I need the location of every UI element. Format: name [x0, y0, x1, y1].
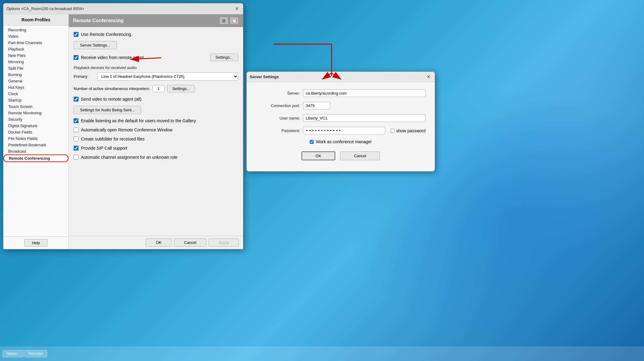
- server-dialog-body: Server: Connection port: User name: Pass…: [247, 82, 435, 171]
- send-video-checkbox[interactable]: [74, 97, 78, 102]
- sidebar-item-predefined-bookmark[interactable]: Predefined Bookmark: [3, 142, 68, 148]
- create-subfolder-checkbox[interactable]: [74, 137, 78, 141]
- sidebar-header: Room Profiles: [3, 14, 68, 26]
- receive-video-label: Receive video from remote agent: [81, 55, 144, 60]
- show-password-checkbox[interactable]: [391, 129, 395, 133]
- audio-sent-button[interactable]: Settings for Audio Being Sent...: [74, 106, 141, 114]
- server-dialog-close-button[interactable]: ✕: [425, 74, 432, 80]
- receive-video-settings-button[interactable]: Settings...: [210, 54, 238, 61]
- sidebar-item-playback[interactable]: Playback: [3, 46, 68, 52]
- username-input[interactable]: [303, 114, 426, 122]
- server-dialog-titlebar: Server Settings ✕: [247, 72, 435, 82]
- enable-listening-row: Enable listening as the default for user…: [74, 118, 238, 123]
- server-settings-dialog: Server Settings ✕ Server: Connection por…: [246, 71, 435, 172]
- create-subfolder-label: Create subfolder for received files: [81, 137, 144, 141]
- sidebar-item-digital-signature[interactable]: Digital Signature: [3, 123, 68, 129]
- cancel-button[interactable]: Cancel: [174, 238, 206, 247]
- content-header: Remote Conferencing ⊞ 📋: [69, 14, 243, 27]
- create-subfolder-row: Create subfolder for received files: [74, 137, 238, 141]
- server-label: Server:: [256, 91, 300, 95]
- dialog-body: Room Profiles RecordingVideoPart-time Ch…: [3, 14, 243, 249]
- server-dialog-title: Server Settings: [250, 75, 279, 79]
- dialog-footer: OK Cancel Apply: [69, 236, 243, 249]
- enable-listening-checkbox[interactable]: [74, 118, 78, 123]
- use-remote-conf-label: Use Remote Conferencing: [81, 32, 131, 37]
- help-button[interactable]: Help: [24, 239, 48, 247]
- dialog-titlebar: Options <CA_Room100 ca broadcast 8554> ✕: [3, 3, 243, 14]
- server-input[interactable]: [303, 89, 426, 97]
- sip-checkbox[interactable]: [74, 146, 78, 151]
- auto-channel-checkbox[interactable]: [74, 155, 78, 160]
- main-content: Remote Conferencing ⊞ 📋 Use Remote Confe…: [69, 14, 243, 249]
- sidebar-item-split-file[interactable]: Split File: [3, 65, 68, 71]
- server-row: Server:: [256, 89, 426, 97]
- auto-open-checkbox[interactable]: [74, 127, 78, 132]
- sip-label: Provide SIP Call support: [81, 146, 127, 151]
- primary-label: Primary:: [74, 74, 95, 79]
- apply-button[interactable]: Apply: [209, 238, 239, 247]
- sidebar-list: RecordingVideoPart-time ChannelsPlayback…: [3, 26, 68, 236]
- show-password-row: show password: [391, 128, 426, 133]
- header-icon-copy[interactable]: ⊞: [219, 17, 228, 25]
- receive-video-row: Receive video from remote agent Settings…: [74, 54, 238, 61]
- sidebar-item-new-files[interactable]: New Files: [3, 52, 68, 59]
- sidebar-item-remote-conferencing[interactable]: Remote Conferencing: [3, 154, 68, 162]
- receive-video-checkbox[interactable]: [74, 55, 78, 60]
- auto-channel-label: Automatic channel assignment for an unkn…: [81, 155, 178, 160]
- username-row: User name:: [256, 114, 426, 122]
- taskbar-item-recorder[interactable]: Recorder: [24, 350, 47, 357]
- show-password-label: show password: [396, 128, 426, 133]
- sidebar-item-hot-keys[interactable]: Hot Keys: [3, 84, 68, 91]
- taskbar-item-network[interactable]: Netwo...: [2, 350, 24, 357]
- dialog-title: Options <CA_Room100 ca broadcast 8554>: [6, 6, 84, 11]
- conf-manager-label: Work as conference manager: [316, 139, 372, 144]
- server-settings-button[interactable]: Server Settings...: [74, 41, 117, 49]
- use-remote-conf-checkbox[interactable]: [74, 32, 78, 37]
- content-header-title: Remote Conferencing: [73, 18, 124, 23]
- sidebar-item-file-notes-fields[interactable]: File Notes Fields: [3, 135, 68, 142]
- sidebar: Room Profiles RecordingVideoPart-time Ch…: [3, 14, 69, 249]
- primary-select[interactable]: Line 1 of Headset Earphone (Plantronics …: [97, 72, 238, 81]
- sidebar-footer: Help: [3, 236, 68, 249]
- password-input[interactable]: [303, 127, 385, 134]
- sidebar-item-burning[interactable]: Burning: [3, 71, 68, 78]
- sidebar-item-recording[interactable]: Recording: [3, 27, 68, 33]
- username-label: User name:: [256, 116, 300, 120]
- sidebar-item-general[interactable]: General: [3, 78, 68, 84]
- sip-row: Provide SIP Call support: [74, 146, 238, 151]
- sidebar-item-broadcast[interactable]: Broadcast: [3, 148, 68, 154]
- sidebar-item-mirroring[interactable]: Mirroring: [3, 59, 68, 65]
- auto-open-label: Automatically open Remote Conference Win…: [81, 127, 172, 132]
- sidebar-item-touch-screen[interactable]: Touch Screen: [3, 103, 68, 110]
- header-icon-paste[interactable]: 📋: [230, 17, 239, 25]
- password-label: Password:: [256, 128, 300, 133]
- port-row: Connection port:: [256, 102, 426, 109]
- sidebar-item-remote-monitoring[interactable]: Remote Monitoring: [3, 110, 68, 116]
- send-video-label: Send video to remote agent (all): [81, 97, 141, 102]
- sidebar-item-video[interactable]: Video: [3, 33, 68, 40]
- content-scroll: Use Remote Conferencing Server Settings.…: [69, 27, 243, 236]
- sidebar-item-docket-fields[interactable]: Docket Fields: [3, 129, 68, 135]
- sidebar-item-security[interactable]: Security: [3, 116, 68, 123]
- conf-manager-row: Work as conference manager: [256, 139, 426, 144]
- sidebar-item-clock[interactable]: Clock: [3, 91, 68, 97]
- primary-select-row: Primary: Line 1 of Headset Earphone (Pla…: [74, 72, 238, 81]
- auto-open-row: Automatically open Remote Conference Win…: [74, 127, 238, 132]
- server-cancel-button[interactable]: Cancel: [340, 151, 380, 160]
- server-ok-button[interactable]: OK: [301, 151, 335, 160]
- interpreters-settings-button[interactable]: Settings...: [167, 85, 195, 92]
- playback-devices-label: Playback devices for received audio: [74, 65, 238, 70]
- ok-button[interactable]: OK: [146, 238, 172, 247]
- sidebar-item-startup[interactable]: StartUp: [3, 97, 68, 103]
- send-video-row: Send video to remote agent (all): [74, 97, 238, 102]
- options-dialog: Options <CA_Room100 ca broadcast 8554> ✕…: [3, 3, 243, 249]
- header-icons: ⊞ 📋: [219, 17, 239, 25]
- enable-listening-label: Enable listening as the default for user…: [81, 118, 196, 123]
- interpreters-input[interactable]: [152, 85, 165, 92]
- port-input[interactable]: [303, 102, 330, 109]
- dialog-close-button[interactable]: ✕: [233, 5, 240, 12]
- sidebar-item-part-time-channels[interactable]: Part-time Channels: [3, 40, 68, 46]
- conf-manager-checkbox[interactable]: [310, 140, 314, 144]
- password-row: Password: show password: [256, 127, 426, 134]
- auto-channel-row: Automatic channel assignment for an unkn…: [74, 155, 238, 160]
